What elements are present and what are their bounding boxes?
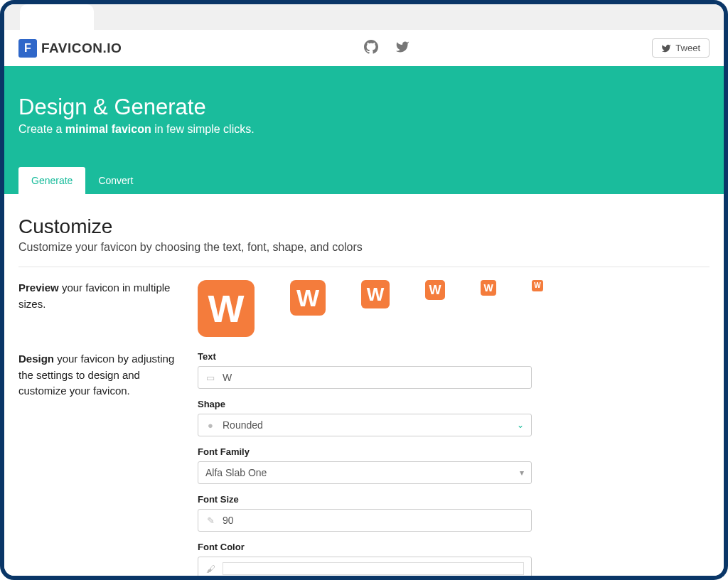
browser-window: F FAVICON.IO Tweet Design & Generate Cre… bbox=[0, 0, 728, 580]
logo[interactable]: F FAVICON.IO bbox=[18, 39, 122, 58]
tweet-label: Tweet bbox=[675, 43, 700, 53]
favicon-preview-40: W bbox=[361, 280, 390, 308]
favicon-preview-50: W bbox=[290, 280, 326, 316]
font-size-input[interactable] bbox=[223, 515, 524, 526]
browser-tab-active[interactable] bbox=[20, 4, 94, 30]
tweet-button[interactable]: Tweet bbox=[652, 38, 710, 58]
top-nav: F FAVICON.IO Tweet bbox=[4, 30, 724, 66]
tab-generate[interactable]: Generate bbox=[18, 167, 85, 194]
main-panel: Customize Customize your favicon by choo… bbox=[4, 194, 724, 576]
logo-text: FAVICON.IO bbox=[41, 41, 122, 56]
shape-label: Shape bbox=[198, 399, 532, 409]
shape-select[interactable]: ● Rounded ⌄ bbox=[198, 414, 532, 436]
preview-description: Preview your favicon in multiple sizes. bbox=[18, 280, 183, 337]
font-family-select[interactable]: Alfa Slab One ▾ bbox=[198, 461, 532, 484]
chevron-down-icon: ⌄ bbox=[517, 420, 524, 430]
page-content: F FAVICON.IO Tweet Design & Generate Cre… bbox=[4, 30, 724, 576]
hero-title: Design & Generate bbox=[18, 95, 710, 120]
customize-subtitle: Customize your favicon by choosing the t… bbox=[18, 241, 710, 254]
font-size-label: Font Size bbox=[198, 494, 532, 505]
font-color-label: Font Color bbox=[198, 542, 532, 552]
brush-icon: 🖌 bbox=[205, 564, 215, 574]
tab-convert[interactable]: Convert bbox=[85, 167, 146, 194]
chevron-down-icon: ▾ bbox=[520, 468, 524, 478]
divider bbox=[18, 267, 710, 267]
favicon-preview-22: W bbox=[481, 280, 496, 296]
font-color-value bbox=[223, 562, 524, 575]
logo-icon: F bbox=[18, 39, 37, 58]
browser-tabs-bar bbox=[4, 4, 724, 30]
text-label: Text bbox=[198, 351, 532, 362]
text-input-wrap[interactable]: ▭ bbox=[198, 366, 532, 389]
font-family-value: Alfa Slab One bbox=[205, 467, 513, 478]
pencil-icon: ✎ bbox=[205, 515, 215, 526]
text-icon: ▭ bbox=[205, 372, 215, 383]
favicon-preview-16: W bbox=[532, 280, 543, 291]
font-size-input-wrap[interactable]: ✎ bbox=[198, 509, 532, 532]
font-family-label: Font Family bbox=[198, 446, 532, 457]
font-color-input-wrap[interactable]: 🖌 bbox=[198, 557, 532, 576]
shape-value: Rounded bbox=[223, 419, 510, 431]
design-form: Text ▭ Shape ● Rounded ⌄ Font Family Alf… bbox=[198, 351, 532, 576]
design-section: Design your favicon by adjusting the set… bbox=[18, 351, 710, 576]
twitter-icon bbox=[661, 43, 671, 53]
nav-social bbox=[127, 40, 646, 57]
shape-icon: ● bbox=[205, 420, 215, 431]
github-icon[interactable] bbox=[364, 40, 378, 57]
hero-banner: Design & Generate Create a minimal favic… bbox=[4, 66, 724, 194]
preview-area: W W W W W W bbox=[198, 280, 710, 337]
design-description: Design your favicon by adjusting the set… bbox=[18, 351, 183, 576]
preview-section: Preview your favicon in multiple sizes. … bbox=[18, 280, 710, 337]
section-tabs: Generate Convert bbox=[18, 167, 710, 194]
favicon-preview-80: W bbox=[198, 280, 255, 337]
hero-subtitle: Create a minimal favicon in few simple c… bbox=[18, 123, 710, 136]
text-input[interactable] bbox=[223, 372, 524, 383]
twitter-icon[interactable] bbox=[395, 40, 410, 57]
customize-title: Customize bbox=[18, 215, 710, 238]
favicon-preview-28: W bbox=[425, 280, 445, 300]
